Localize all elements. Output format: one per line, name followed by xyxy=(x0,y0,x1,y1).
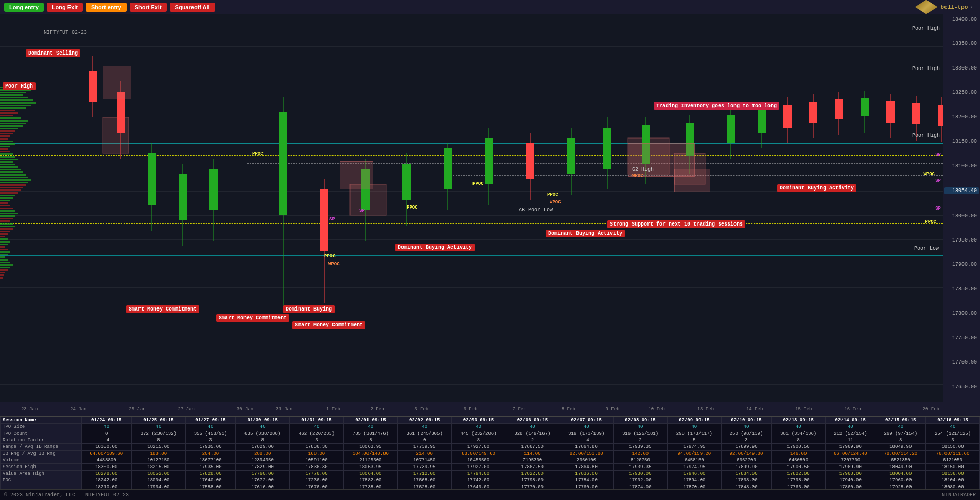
svg-rect-64 xyxy=(0,251,10,253)
svg-rect-58 xyxy=(0,236,5,237)
svg-rect-55 xyxy=(0,228,13,230)
svg-rect-71 xyxy=(0,269,8,271)
col-0208: 02/08 09:15 xyxy=(614,417,668,424)
svg-rect-92 xyxy=(320,189,328,251)
svg-rect-18 xyxy=(0,133,13,134)
table-row-header-5: Volume xyxy=(1,457,82,464)
poor-high-right-2: Poor High xyxy=(912,66,940,72)
table-cell: 78.00/114.20 xyxy=(876,451,925,457)
table-cell: 3 xyxy=(926,437,980,444)
table-cell: 17935.00 xyxy=(185,444,235,451)
long-exit-button[interactable]: Long Exit xyxy=(47,3,83,12)
svg-rect-122 xyxy=(861,98,869,116)
time-15feb: 15 Feb xyxy=(795,407,812,412)
svg-rect-34 xyxy=(0,174,26,176)
table-cell: 6450800 xyxy=(772,457,826,464)
long-entry-button[interactable]: Long entry xyxy=(4,3,44,12)
table-cell: 66.00/124.40 xyxy=(826,451,876,457)
svg-rect-4 xyxy=(0,97,28,98)
svg-rect-102 xyxy=(526,143,534,179)
price-18100: 18100.00 xyxy=(944,163,979,169)
short-entry-button[interactable]: Short entry xyxy=(86,3,127,12)
svg-rect-16 xyxy=(0,128,18,129)
table-cell: 82.00/153.80 xyxy=(559,451,614,457)
table-cell: 13677100 xyxy=(185,457,235,464)
price-18300: 18300.00 xyxy=(944,65,979,71)
table-cell: 214.00 xyxy=(397,451,451,457)
svg-rect-33 xyxy=(0,171,23,173)
svg-rect-74 xyxy=(0,277,3,279)
table-cell: 17974.95 xyxy=(667,444,721,451)
col-0209: 02/09 09:15 xyxy=(667,417,721,424)
table-cell: 8 xyxy=(343,437,397,444)
table-cell: 17798.00 xyxy=(505,477,559,484)
value-area-1 xyxy=(103,66,131,99)
table-cell: 361 (245/305) xyxy=(397,430,451,437)
table-cell: 2 xyxy=(505,437,559,444)
table-cell: 17760.00 xyxy=(236,471,290,477)
svg-rect-8 xyxy=(0,107,26,109)
value-area-4 xyxy=(674,169,710,192)
short-exit-button[interactable]: Short Exit xyxy=(130,3,167,12)
sp-label-1: SP xyxy=(359,208,365,213)
svg-rect-7 xyxy=(0,105,31,106)
squareoff-button[interactable]: Squareoff All xyxy=(170,3,215,12)
table-cell: 17822.00 xyxy=(505,471,559,477)
table-cell: 114.00 xyxy=(505,451,559,457)
table-cell: 2 xyxy=(614,437,668,444)
svg-rect-36 xyxy=(0,179,31,181)
table-cell: 17960.00 xyxy=(876,477,925,484)
price-17750: 17750.00 xyxy=(944,335,979,341)
svg-rect-59 xyxy=(0,238,8,240)
table-cell: 17969.90 xyxy=(826,464,876,471)
time-2feb: 2 Feb xyxy=(371,407,384,412)
table-cell: 17712.00 xyxy=(397,471,451,477)
col-0213: 02/13 09:15 xyxy=(772,417,826,424)
svg-rect-28 xyxy=(0,159,18,160)
table-cell: 40 xyxy=(132,424,186,430)
svg-rect-22 xyxy=(0,143,15,145)
ppoc-right: PPOC xyxy=(925,219,936,225)
time-30jan: 30 Jan xyxy=(237,407,253,412)
dominant-buying-activity-label: Dominant Buying Activity xyxy=(546,230,625,237)
ppoc-label-4: PPOC xyxy=(324,254,336,259)
svg-rect-57 xyxy=(0,233,8,235)
ppoc-label-5: PPOC xyxy=(547,192,558,197)
table-cell: 18215.00 xyxy=(132,464,186,471)
table-cell: 142.00 xyxy=(614,451,668,457)
svg-rect-37 xyxy=(0,182,28,183)
platform-text: NINJATRADER xyxy=(942,492,976,498)
table-cell: 8120750 xyxy=(614,457,668,464)
time-10feb: 10 Feb xyxy=(648,407,664,412)
dominant-buying-1: Dominant Buying Activity xyxy=(777,184,856,192)
table-cell: 40 xyxy=(772,424,826,430)
table-cell: 40 xyxy=(926,424,980,430)
price-17800: 17800.00 xyxy=(944,311,979,316)
table-cell: 3 xyxy=(721,437,771,444)
svg-rect-53 xyxy=(0,223,13,225)
svg-rect-27 xyxy=(0,156,15,158)
svg-rect-68 xyxy=(0,262,10,263)
svg-rect-124 xyxy=(886,101,895,123)
table-cell: 21125300 xyxy=(343,457,397,464)
table-cell: 204.00 xyxy=(185,451,235,457)
svg-rect-25 xyxy=(0,151,10,152)
svg-rect-23 xyxy=(0,146,10,147)
smart-money-1: Smart Money Commitment xyxy=(126,305,199,313)
table-cell: 40 xyxy=(451,424,505,430)
table-cell: 17894.00 xyxy=(667,477,721,484)
svg-rect-88 xyxy=(209,169,218,210)
svg-rect-50 xyxy=(0,215,15,217)
svg-rect-5 xyxy=(0,99,33,101)
time-23jan: 23 Jan xyxy=(21,407,38,412)
svg-rect-126 xyxy=(912,103,920,124)
table-cell: 40 xyxy=(185,424,235,430)
svg-rect-3 xyxy=(0,94,23,96)
back-arrow-icon[interactable]: ← xyxy=(971,3,976,12)
table-cell: 10127150 xyxy=(132,457,186,464)
svg-rect-26 xyxy=(0,153,13,155)
svg-rect-45 xyxy=(0,202,8,204)
svg-rect-51 xyxy=(0,218,13,219)
col-0130: 01/30 09:15 xyxy=(236,417,290,424)
svg-rect-84 xyxy=(148,153,156,205)
